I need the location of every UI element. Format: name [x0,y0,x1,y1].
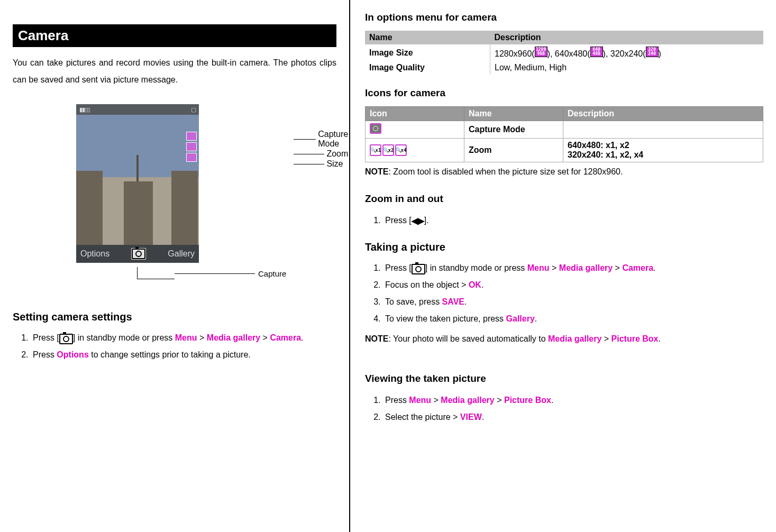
icons-th-icon: Icon [366,107,464,121]
heading-zoom: Zoom in and out [365,193,763,205]
callout-zoom: Zoom [326,149,348,159]
zoom-steps: Press [◀▶]. [365,212,763,230]
softkey-capture[interactable] [131,247,147,260]
take-step-2: Focus on the object > OK. [383,277,763,293]
icons-table: Icon Name Description Capture Mode x1x2x… [365,106,763,162]
softkey-options[interactable]: Options [80,249,109,259]
opts-th-name: Name [365,31,490,44]
left-right-arrow-icon: ◀▶ [412,213,424,230]
heading-viewing: Viewing the taken picture [365,373,763,384]
setting-step-1: Press [] in standby mode or press Menu >… [31,329,336,346]
icons-row2-name: Zoom [464,139,563,162]
take-step-1: Press [] in standby mode or press Menu >… [383,260,763,277]
viewfinder-zoom-icon [186,142,197,151]
callout-size: Size [326,159,343,169]
opts-row1-desc: 1280x960(1280960), 640x480(640480), 320x… [490,44,764,61]
viewfinder-capture-mode-icon [186,132,197,141]
icons-row1-name: Capture Mode [464,121,563,139]
opts-th-desc: Description [490,31,764,44]
icons-row2-desc: 640x480: x1, x2 320x240: x1, x2, x4 [563,139,763,162]
take-steps: Press [] in standby mode or press Menu >… [365,260,763,327]
take-step-4: To view the taken picture, press Gallery… [383,310,763,327]
heading-taking-picture: Taking a picture [365,241,763,253]
view-steps: Press Menu > Media gallery > Picture Box… [365,392,763,426]
size-badge-640: 640480 [590,47,603,57]
camera-icon [132,249,145,259]
zoom-x1-icon: x1 [370,144,381,156]
page-title: Camera [13,24,336,47]
phone-statusbar: ▮▮▯▯ ▢ [76,104,199,115]
icons-row1-icon [366,121,464,139]
take-note: NOTE: Your photo will be saved automatic… [365,331,763,347]
capture-mode-icon [370,123,381,134]
signal-icon: ▮▮▯▯ [79,106,90,113]
opts-row1-name: Image Size [365,44,490,61]
heading-options-menu: In options menu for camera [365,12,763,23]
icons-th-name: Name [464,107,563,121]
size-badge-320: 320240 [646,47,659,57]
zoom-x2-icon: x2 [382,144,394,156]
viewfinder-size-icon [186,153,197,162]
phone-viewfinder [76,115,199,245]
camera-icon [59,334,73,344]
icons-row1-desc [563,121,763,139]
intro-text: You can take pictures and record movies … [13,54,336,88]
softkey-gallery[interactable]: Gallery [168,249,195,259]
view-step-1: Press Menu > Media gallery > Picture Box… [383,392,763,409]
opts-row2-name: Image Quality [365,61,490,75]
take-step-3: To save, press SAVE. [383,293,763,310]
setting-step-2: Press Options to change settings prior t… [31,346,336,363]
camera-icon [412,264,425,274]
opts-row2-desc: Low, Medium, High [490,61,764,75]
zoom-x4-icon: x4 [395,144,407,156]
setting-steps: Press [] in standby mode or press Menu >… [13,329,336,363]
zoom-step-1: Press [◀▶]. [383,212,763,230]
heading-setting-camera: Setting camera settings [13,311,336,323]
battery-icon: ▢ [191,106,196,113]
options-table: Name Description Image Size 1280x960(128… [365,31,763,75]
size-badge-1280: 1280960 [535,47,547,57]
view-step-2: Select the picture > VIEW. [383,409,763,426]
icons-th-desc: Description [563,107,763,121]
phone-diagram: ▮▮▯▯ ▢ Op [13,104,336,279]
icons-row2-icon: x1x2x4 [366,139,464,162]
callout-capture: Capture [258,269,286,278]
icons-note: NOTE: Zoom tool is disabled when the pic… [365,163,763,180]
heading-icons: Icons for camera [365,87,763,99]
